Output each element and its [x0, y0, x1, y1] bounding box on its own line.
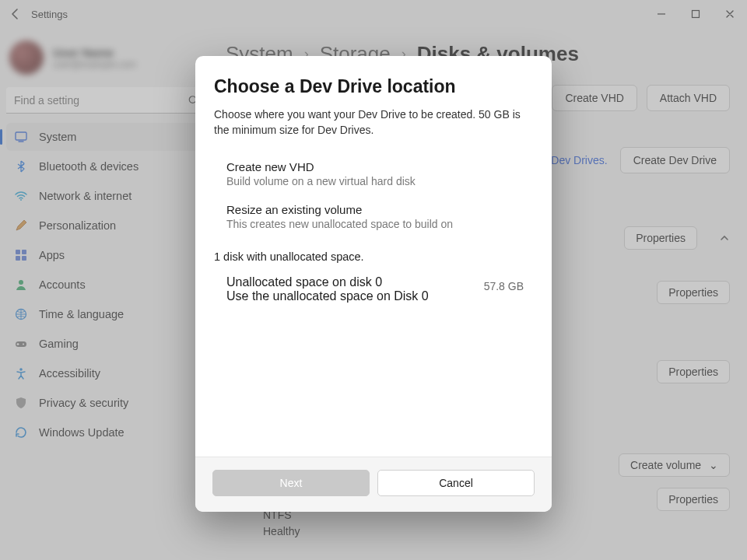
bluetooth-icon — [14, 159, 28, 173]
svg-point-11 — [23, 344, 24, 345]
minimize-icon — [657, 9, 666, 19]
maximize-icon — [691, 9, 700, 19]
sidebar-item-apps[interactable]: Apps — [6, 241, 205, 269]
svg-rect-7 — [22, 256, 26, 261]
svg-rect-6 — [16, 256, 20, 261]
svg-rect-2 — [16, 132, 26, 140]
chevron-up-icon[interactable] — [719, 233, 730, 243]
create-volume-button[interactable]: Create volume ⌄ — [619, 453, 730, 477]
window-title: Settings — [31, 9, 68, 20]
paintbrush-icon — [14, 219, 28, 233]
sidebar-item-label: System — [39, 131, 76, 143]
option-title: Unallocated space on disk 0 — [226, 275, 484, 289]
maximize-button[interactable] — [679, 3, 713, 25]
sidebar-item-label: Gaming — [39, 338, 79, 350]
volume-status: Healthy — [263, 523, 730, 540]
globe-icon — [14, 307, 28, 321]
properties-button[interactable]: Properties — [657, 281, 730, 304]
sidebar-item-privacy[interactable]: Privacy & security — [6, 389, 205, 417]
properties-button[interactable]: Properties — [657, 360, 730, 383]
sidebar-item-network[interactable]: Network & internet — [6, 182, 205, 210]
svg-rect-0 — [693, 11, 700, 18]
accessibility-icon — [14, 366, 28, 380]
sidebar-item-label: Network & internet — [39, 190, 132, 202]
arrow-left-icon — [9, 8, 22, 20]
option-create-new-vhd[interactable]: Create new VHD Build volume on a new vir… — [214, 152, 533, 195]
shield-icon — [14, 396, 28, 410]
unallocated-section-label: 1 disk with unallocated space. — [214, 250, 533, 263]
sidebar-item-personalization[interactable]: Personalization — [6, 212, 205, 240]
svg-rect-4 — [16, 250, 20, 254]
option-unallocated-disk0[interactable]: Unallocated space on disk 0 Use the unal… — [214, 268, 533, 311]
create-dev-drive-button[interactable]: Create Dev Drive — [620, 147, 730, 173]
sidebar-item-label: Personalization — [39, 219, 116, 232]
system-icon — [14, 130, 28, 144]
profile-sub: user@example.com — [53, 59, 136, 70]
dialog-footer: Next Cancel — [195, 457, 552, 512]
svg-rect-5 — [22, 250, 26, 254]
sidebar-item-system[interactable]: System — [6, 123, 205, 151]
disk-size: 57.8 GB — [484, 280, 530, 292]
avatar — [9, 40, 44, 75]
attach-vhd-button[interactable]: Attach VHD — [647, 85, 730, 111]
search-input[interactable] — [6, 87, 205, 114]
properties-button[interactable]: Properties — [657, 488, 730, 511]
sidebar-item-accessibility[interactable]: Accessibility — [6, 359, 205, 387]
apps-icon — [14, 248, 28, 262]
option-resize-existing[interactable]: Resize an existing volume This creates n… — [214, 195, 533, 238]
option-sub: This creates new unallocated space to bu… — [226, 218, 533, 230]
sidebar-item-label: Apps — [39, 249, 65, 261]
sidebar-item-label: Accessibility — [39, 367, 100, 380]
svg-point-8 — [19, 280, 23, 285]
chevron-down-icon: ⌄ — [709, 459, 718, 471]
properties-button[interactable]: Properties — [624, 226, 697, 250]
dialog-title: Choose a Dev Drive location — [214, 76, 533, 97]
sidebar-item-label: Windows Update — [39, 426, 124, 439]
sidebar-item-windows-update[interactable]: Windows Update — [6, 418, 205, 446]
titlebar: Settings — [0, 0, 747, 28]
option-title: Resize an existing volume — [226, 203, 533, 216]
option-sub: Use the unallocated space on Disk 0 — [226, 289, 484, 303]
next-button[interactable]: Next — [212, 470, 370, 496]
close-button[interactable] — [713, 3, 747, 25]
nav-list: System Bluetooth & devices Network & int… — [6, 123, 205, 446]
sidebar-item-gaming[interactable]: Gaming — [6, 330, 205, 358]
cancel-button[interactable]: Cancel — [377, 470, 535, 496]
wifi-icon — [14, 189, 28, 203]
profile-block[interactable]: User Name user@example.com — [6, 36, 205, 87]
sidebar-item-label: Privacy & security — [39, 397, 128, 409]
option-title: Create new VHD — [226, 160, 533, 173]
close-icon — [725, 9, 735, 19]
svg-point-3 — [20, 199, 22, 201]
settings-window: Settings User Name user@example.com — [0, 0, 747, 560]
gamepad-icon — [14, 337, 28, 351]
profile-name: User Name — [53, 46, 136, 59]
minimize-button[interactable] — [644, 3, 679, 25]
dev-drive-location-dialog: Choose a Dev Drive location Choose where… — [195, 56, 552, 512]
update-icon — [14, 425, 28, 439]
sidebar-item-label: Bluetooth & devices — [39, 160, 139, 173]
svg-point-12 — [19, 368, 23, 371]
sidebar-item-accounts[interactable]: Accounts — [6, 271, 205, 299]
option-sub: Build volume on a new virtual hard disk — [226, 175, 533, 187]
sidebar-item-label: Accounts — [39, 278, 86, 291]
search-box — [6, 87, 205, 114]
back-button[interactable] — [5, 3, 26, 25]
dialog-subtitle: Choose where you want your Dev Drive to … — [214, 107, 533, 138]
sidebar-item-bluetooth[interactable]: Bluetooth & devices — [6, 152, 205, 180]
sidebar: User Name user@example.com System Blueto… — [0, 28, 212, 560]
person-icon — [14, 278, 28, 292]
create-vhd-button[interactable]: Create VHD — [552, 85, 637, 111]
sidebar-item-time-language[interactable]: Time & language — [6, 300, 205, 328]
sidebar-item-label: Time & language — [39, 308, 124, 320]
